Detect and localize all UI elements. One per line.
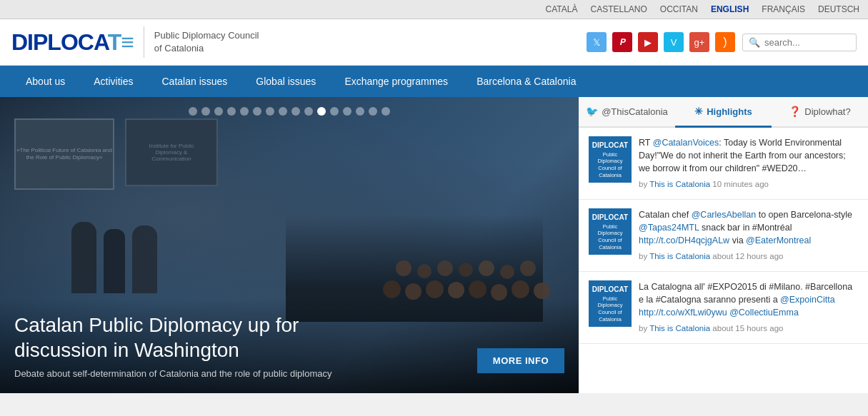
tab-highlights[interactable]: ✳ Highlights <box>675 97 772 128</box>
feed-logo-3: DIPLOCAT PublicDiplomacyCouncil ofCatalo… <box>589 280 632 327</box>
feed-author-link-3[interactable]: This is Catalonia <box>649 324 710 333</box>
gplus-icon[interactable]: g+ <box>689 32 709 52</box>
carousel-dot-3[interactable] <box>214 107 223 116</box>
second-screen: Institute for PublicDiplomacy &Communica… <box>125 118 218 186</box>
logo-tagline: Public Diplomacy Council of Catalonia <box>154 29 259 55</box>
search-icon: 🔍 <box>749 37 760 48</box>
feed-content-1: RT @CatalanVoices: Today is World Enviro… <box>639 136 858 191</box>
lang-english[interactable]: ENGLISH <box>711 4 749 14</box>
feed-meta-3: by This is Catalonia about 15 hours ago <box>639 323 858 335</box>
feed-content-2: Catalan chef @CarlesAbellan to open Barc… <box>639 208 858 263</box>
lang-castellano[interactable]: CASTELLANO <box>590 4 647 14</box>
carousel-dot-2[interactable] <box>201 107 210 116</box>
logo-divider <box>144 26 144 58</box>
nav-catalan-issues[interactable]: Catalan issues <box>148 66 242 97</box>
nav-exchange-programmes[interactable]: Exchange programmes <box>330 66 462 97</box>
language-bar: CATALÀ CASTELLANO OCCITAN ENGLISH FRANÇA… <box>0 0 868 19</box>
search-box[interactable]: 🔍 <box>742 34 857 51</box>
rss-icon[interactable]: ) <box>715 32 735 52</box>
feed-link-carles[interactable]: @CarlesAbellan <box>692 210 757 220</box>
hero-overlay: Catalan Public Diplomacy up for discussi… <box>0 298 579 393</box>
lang-deutsch[interactable]: DEUTSCH <box>818 4 859 14</box>
header-right: 𝕏 𝙋 ▶ V g+ ) 🔍 <box>587 32 857 52</box>
feed-author-link-1[interactable]: This is Catalonia <box>649 180 710 188</box>
nav-barcelona-catalonia[interactable]: Barcelona & Catalonia <box>462 66 590 97</box>
carousel-dot-1[interactable] <box>189 107 197 116</box>
carousel-dot-12[interactable] <box>330 107 339 116</box>
nav-activities[interactable]: Activities <box>79 66 147 97</box>
feed-container: DIPLOCAT PublicDiplomacyCouncil ofCatalo… <box>579 128 868 393</box>
feed-link-catalan-voices[interactable]: @CatalanVoices <box>653 138 719 148</box>
nav-about-us[interactable]: About us <box>11 66 79 97</box>
carousel-dot-8[interactable] <box>279 107 287 116</box>
nav-global-issues[interactable]: Global issues <box>241 66 330 97</box>
highlights-tab-icon: ✳ <box>694 106 703 117</box>
carousel-dot-16[interactable] <box>381 107 390 116</box>
site-logo[interactable]: DIPLOCAT≡ <box>11 31 134 54</box>
more-info-button[interactable]: MORE INFO <box>477 348 564 373</box>
carousel-dot-5[interactable] <box>240 107 249 116</box>
lang-catala[interactable]: CATALÀ <box>546 4 578 14</box>
logo-area: DIPLOCAT≡ Public Diplomacy Council of Ca… <box>11 26 259 58</box>
vimeo-icon[interactable]: V <box>664 32 684 52</box>
header: DIPLOCAT≡ Public Diplomacy Council of Ca… <box>0 19 868 66</box>
carousel-dot-13[interactable] <box>343 107 351 116</box>
lang-francais[interactable]: FRANÇAIS <box>762 4 805 14</box>
carousel-dot-15[interactable] <box>369 107 377 116</box>
feed-item: DIPLOCAT PublicDiplomacyCouncil ofCatalo… <box>579 272 868 344</box>
diplowhat-tab-icon: ❓ <box>789 106 801 117</box>
carousel-dots <box>189 107 390 116</box>
youtube-icon[interactable]: ▶ <box>638 32 658 52</box>
tab-this-catalonia[interactable]: 🐦 @ThisCatalonia <box>579 97 675 128</box>
main-content: «The Political Future of Catalonia andth… <box>0 97 868 393</box>
feed-meta-1: by This is Catalonia 10 minutes ago <box>639 178 858 191</box>
feed-link-tapas[interactable]: @Tapas24MTL <box>639 223 699 233</box>
sidebar-tabs: 🐦 @ThisCatalonia ✳ Highlights ❓ Diplowha… <box>579 97 868 128</box>
carousel-dot-11[interactable] <box>317 107 326 116</box>
feed-link-url-2[interactable]: http://t.co/DH4qcjgALw <box>639 235 729 245</box>
carousel-dot-14[interactable] <box>356 107 364 116</box>
sidebar: 🐦 @ThisCatalonia ✳ Highlights ❓ Diplowha… <box>579 97 868 393</box>
feed-link-collectiu[interactable]: @CollectiuEmma <box>729 308 799 318</box>
hero-area: «The Political Future of Catalonia andth… <box>0 97 579 393</box>
feed-item: DIPLOCAT PublicDiplomacyCouncil ofCatalo… <box>579 200 868 272</box>
feed-logo-1: DIPLOCAT PublicDiplomacyCouncil ofCatalo… <box>589 136 632 183</box>
carousel-dot-6[interactable] <box>253 107 261 116</box>
nav-bar: About us Activities Catalan issues Globa… <box>0 66 868 97</box>
feed-content-3: La Catalogna all' #EXPO2015 di #Milano. … <box>639 280 858 335</box>
pinterest-icon[interactable]: 𝙋 <box>612 32 632 52</box>
feed-author-link-2[interactable]: This is Catalonia <box>649 252 710 260</box>
search-input[interactable] <box>764 37 850 48</box>
feed-link-url-3[interactable]: http://t.co/wXfLwi0ywu <box>639 308 727 318</box>
feed-item: DIPLOCAT PublicDiplomacyCouncil ofCatalo… <box>579 128 868 200</box>
hero-title: Catalan Public Diplomacy up for discussi… <box>14 313 386 362</box>
carousel-dot-4[interactable] <box>227 107 236 116</box>
lang-occitan[interactable]: OCCITAN <box>660 4 698 14</box>
carousel-dot-9[interactable] <box>291 107 300 116</box>
tab-diplowhat[interactable]: ❓ Diplowhat? <box>772 97 868 128</box>
twitter-icon[interactable]: 𝕏 <box>587 32 607 52</box>
social-icons: 𝕏 𝙋 ▶ V g+ ) <box>587 32 735 52</box>
feed-link-eater[interactable]: @EaterMontreal <box>746 235 811 245</box>
feed-meta-2: by This is Catalonia about 12 hours ago <box>639 250 858 263</box>
twitter-tab-icon: 🐦 <box>586 106 598 117</box>
carousel-dot-7[interactable] <box>266 107 274 116</box>
feed-logo-2: DIPLOCAT PublicDiplomacyCouncil ofCatalo… <box>589 208 632 255</box>
feed-link-expo[interactable]: @ExpoinCitta <box>780 295 835 305</box>
carousel-dot-10[interactable] <box>304 107 313 116</box>
